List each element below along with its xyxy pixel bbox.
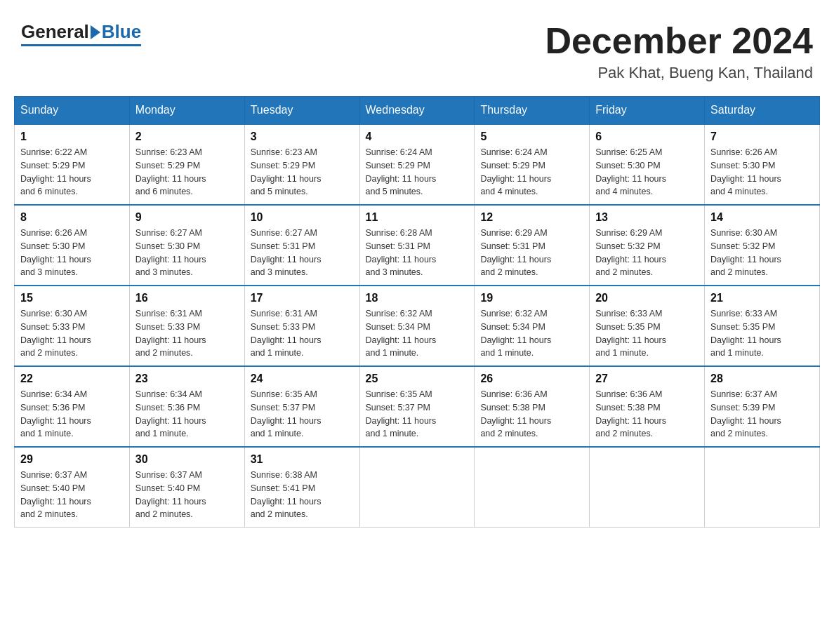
day-info: Sunrise: 6:27 AM Sunset: 5:31 PM Dayligh… bbox=[251, 227, 354, 279]
day-info: Sunrise: 6:24 AM Sunset: 5:29 PM Dayligh… bbox=[366, 146, 469, 199]
day-number: 6 bbox=[595, 130, 699, 143]
calendar-cell: 24 Sunrise: 6:35 AM Sunset: 5:37 PM Dayl… bbox=[244, 366, 359, 447]
col-saturday: Saturday bbox=[705, 97, 820, 125]
calendar-cell bbox=[590, 447, 705, 528]
day-info: Sunrise: 6:30 AM Sunset: 5:33 PM Dayligh… bbox=[20, 307, 124, 360]
day-info: Sunrise: 6:28 AM Sunset: 5:31 PM Dayligh… bbox=[366, 227, 469, 279]
day-info: Sunrise: 6:26 AM Sunset: 5:30 PM Dayligh… bbox=[20, 227, 124, 279]
day-info: Sunrise: 6:33 AM Sunset: 5:35 PM Dayligh… bbox=[710, 307, 814, 360]
day-info: Sunrise: 6:27 AM Sunset: 5:30 PM Dayligh… bbox=[135, 227, 239, 279]
day-number: 4 bbox=[366, 130, 469, 143]
month-title: December 2024 bbox=[545, 21, 813, 61]
calendar-header-row: Sunday Monday Tuesday Wednesday Thursday… bbox=[15, 97, 820, 125]
day-info: Sunrise: 6:37 AM Sunset: 5:40 PM Dayligh… bbox=[135, 469, 239, 521]
day-number: 16 bbox=[135, 292, 239, 304]
title-area: December 2024 Pak Khat, Bueng Kan, Thail… bbox=[545, 21, 813, 82]
calendar-cell: 5 Sunrise: 6:24 AM Sunset: 5:29 PM Dayli… bbox=[475, 124, 590, 205]
day-number: 29 bbox=[20, 453, 124, 466]
calendar-cell: 30 Sunrise: 6:37 AM Sunset: 5:40 PM Dayl… bbox=[129, 447, 244, 528]
calendar-cell: 15 Sunrise: 6:30 AM Sunset: 5:33 PM Dayl… bbox=[15, 286, 130, 366]
calendar-cell: 6 Sunrise: 6:25 AM Sunset: 5:30 PM Dayli… bbox=[590, 124, 705, 205]
calendar-cell: 28 Sunrise: 6:37 AM Sunset: 5:39 PM Dayl… bbox=[705, 366, 820, 447]
calendar-week-row-1: 1 Sunrise: 6:22 AM Sunset: 5:29 PM Dayli… bbox=[15, 124, 820, 205]
day-info: Sunrise: 6:34 AM Sunset: 5:36 PM Dayligh… bbox=[135, 388, 239, 441]
day-info: Sunrise: 6:22 AM Sunset: 5:29 PM Dayligh… bbox=[20, 146, 124, 199]
day-number: 26 bbox=[480, 373, 583, 385]
location-title: Pak Khat, Bueng Kan, Thailand bbox=[545, 64, 813, 82]
day-number: 12 bbox=[480, 211, 583, 224]
day-info: Sunrise: 6:35 AM Sunset: 5:37 PM Dayligh… bbox=[251, 388, 354, 441]
calendar-cell: 26 Sunrise: 6:36 AM Sunset: 5:38 PM Dayl… bbox=[475, 366, 590, 447]
calendar-cell: 12 Sunrise: 6:29 AM Sunset: 5:31 PM Dayl… bbox=[475, 205, 590, 286]
col-thursday: Thursday bbox=[475, 97, 590, 125]
day-number: 22 bbox=[20, 373, 124, 385]
calendar-cell: 8 Sunrise: 6:26 AM Sunset: 5:30 PM Dayli… bbox=[15, 205, 130, 286]
calendar-cell: 22 Sunrise: 6:34 AM Sunset: 5:36 PM Dayl… bbox=[15, 366, 130, 447]
logo-blue-text: Blue bbox=[102, 21, 141, 43]
day-number: 28 bbox=[710, 373, 814, 385]
calendar-cell: 20 Sunrise: 6:33 AM Sunset: 5:35 PM Dayl… bbox=[590, 286, 705, 366]
day-info: Sunrise: 6:35 AM Sunset: 5:37 PM Dayligh… bbox=[366, 388, 469, 441]
day-number: 10 bbox=[251, 211, 354, 224]
calendar-cell: 23 Sunrise: 6:34 AM Sunset: 5:36 PM Dayl… bbox=[129, 366, 244, 447]
calendar-cell: 29 Sunrise: 6:37 AM Sunset: 5:40 PM Dayl… bbox=[15, 447, 130, 528]
day-number: 8 bbox=[20, 211, 124, 224]
day-info: Sunrise: 6:37 AM Sunset: 5:40 PM Dayligh… bbox=[20, 469, 124, 521]
day-number: 31 bbox=[251, 453, 354, 466]
day-number: 20 bbox=[595, 292, 699, 304]
calendar-cell: 9 Sunrise: 6:27 AM Sunset: 5:30 PM Dayli… bbox=[129, 205, 244, 286]
calendar-cell bbox=[359, 447, 475, 528]
day-number: 3 bbox=[251, 130, 354, 143]
logo-general-text: General bbox=[21, 21, 89, 43]
logo-arrow-icon bbox=[91, 25, 100, 39]
day-number: 15 bbox=[20, 292, 124, 304]
day-info: Sunrise: 6:25 AM Sunset: 5:30 PM Dayligh… bbox=[595, 146, 699, 199]
day-number: 27 bbox=[595, 373, 699, 385]
col-friday: Friday bbox=[590, 97, 705, 125]
day-info: Sunrise: 6:26 AM Sunset: 5:30 PM Dayligh… bbox=[710, 146, 814, 199]
calendar-cell: 4 Sunrise: 6:24 AM Sunset: 5:29 PM Dayli… bbox=[359, 124, 475, 205]
calendar-cell bbox=[475, 447, 590, 528]
calendar-week-row-2: 8 Sunrise: 6:26 AM Sunset: 5:30 PM Dayli… bbox=[15, 205, 820, 286]
calendar-cell: 10 Sunrise: 6:27 AM Sunset: 5:31 PM Dayl… bbox=[244, 205, 359, 286]
calendar-cell: 3 Sunrise: 6:23 AM Sunset: 5:29 PM Dayli… bbox=[244, 124, 359, 205]
day-info: Sunrise: 6:33 AM Sunset: 5:35 PM Dayligh… bbox=[595, 307, 699, 360]
day-info: Sunrise: 6:37 AM Sunset: 5:39 PM Dayligh… bbox=[710, 388, 814, 441]
calendar-week-row-4: 22 Sunrise: 6:34 AM Sunset: 5:36 PM Dayl… bbox=[15, 366, 820, 447]
day-number: 1 bbox=[20, 130, 124, 143]
calendar-table: Sunday Monday Tuesday Wednesday Thursday… bbox=[14, 96, 820, 528]
day-number: 18 bbox=[366, 292, 469, 304]
day-number: 14 bbox=[710, 211, 814, 224]
col-monday: Monday bbox=[129, 97, 244, 125]
logo-underline bbox=[21, 44, 141, 46]
day-info: Sunrise: 6:32 AM Sunset: 5:34 PM Dayligh… bbox=[366, 307, 469, 360]
calendar-cell: 7 Sunrise: 6:26 AM Sunset: 5:30 PM Dayli… bbox=[705, 124, 820, 205]
day-info: Sunrise: 6:30 AM Sunset: 5:32 PM Dayligh… bbox=[710, 227, 814, 279]
day-info: Sunrise: 6:23 AM Sunset: 5:29 PM Dayligh… bbox=[135, 146, 239, 199]
day-info: Sunrise: 6:23 AM Sunset: 5:29 PM Dayligh… bbox=[251, 146, 354, 199]
calendar-cell: 11 Sunrise: 6:28 AM Sunset: 5:31 PM Dayl… bbox=[359, 205, 475, 286]
day-info: Sunrise: 6:36 AM Sunset: 5:38 PM Dayligh… bbox=[595, 388, 699, 441]
day-info: Sunrise: 6:31 AM Sunset: 5:33 PM Dayligh… bbox=[135, 307, 239, 360]
day-number: 13 bbox=[595, 211, 699, 224]
day-number: 23 bbox=[135, 373, 239, 385]
calendar-cell: 25 Sunrise: 6:35 AM Sunset: 5:37 PM Dayl… bbox=[359, 366, 475, 447]
day-info: Sunrise: 6:36 AM Sunset: 5:38 PM Dayligh… bbox=[480, 388, 583, 441]
day-number: 17 bbox=[251, 292, 354, 304]
col-sunday: Sunday bbox=[15, 97, 130, 125]
calendar-cell: 19 Sunrise: 6:32 AM Sunset: 5:34 PM Dayl… bbox=[475, 286, 590, 366]
calendar-cell: 13 Sunrise: 6:29 AM Sunset: 5:32 PM Dayl… bbox=[590, 205, 705, 286]
day-info: Sunrise: 6:29 AM Sunset: 5:32 PM Dayligh… bbox=[595, 227, 699, 279]
calendar-cell: 21 Sunrise: 6:33 AM Sunset: 5:35 PM Dayl… bbox=[705, 286, 820, 366]
day-number: 7 bbox=[710, 130, 814, 143]
day-info: Sunrise: 6:34 AM Sunset: 5:36 PM Dayligh… bbox=[20, 388, 124, 441]
col-wednesday: Wednesday bbox=[359, 97, 475, 125]
day-info: Sunrise: 6:24 AM Sunset: 5:29 PM Dayligh… bbox=[480, 146, 583, 199]
calendar-cell: 31 Sunrise: 6:38 AM Sunset: 5:41 PM Dayl… bbox=[244, 447, 359, 528]
day-number: 21 bbox=[710, 292, 814, 304]
day-number: 2 bbox=[135, 130, 239, 143]
day-number: 11 bbox=[366, 211, 469, 224]
calendar-cell: 14 Sunrise: 6:30 AM Sunset: 5:32 PM Dayl… bbox=[705, 205, 820, 286]
day-info: Sunrise: 6:38 AM Sunset: 5:41 PM Dayligh… bbox=[251, 469, 354, 521]
day-number: 9 bbox=[135, 211, 239, 224]
